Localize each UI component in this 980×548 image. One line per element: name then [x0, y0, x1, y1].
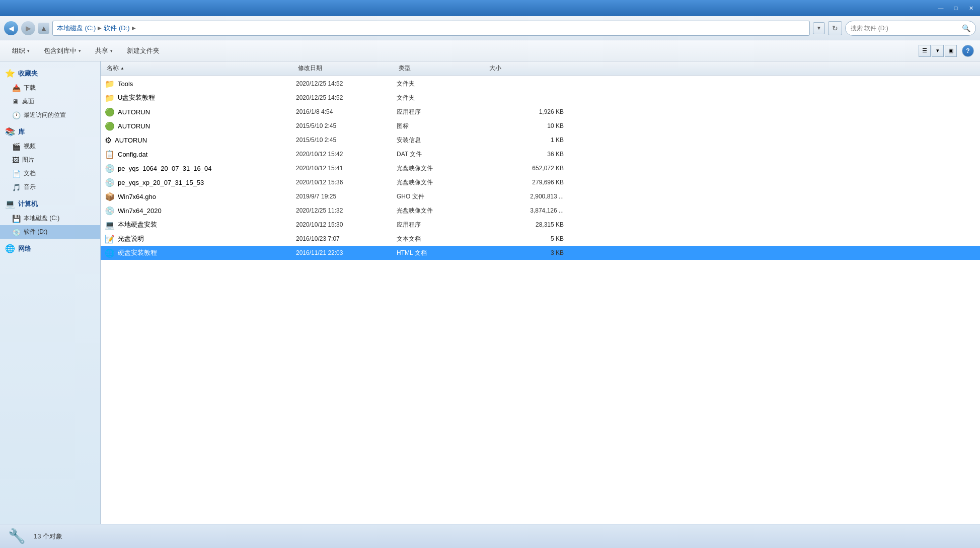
pictures-icon: 🖼	[12, 156, 19, 164]
view-preview-button[interactable]: ▣	[945, 45, 957, 57]
desktop-icon: 🖥	[12, 98, 19, 106]
address-dropdown[interactable]: ▼	[813, 22, 825, 34]
sidebar-header-network[interactable]: 🌐 网络	[0, 241, 100, 256]
file-type: 文件夹	[397, 80, 487, 88]
col-header-type[interactable]: 类型	[397, 64, 487, 73]
desktop-label: 桌面	[22, 97, 34, 106]
sidebar-header-computer[interactable]: 💻 计算机	[0, 196, 100, 212]
file-name: AUTORUN	[118, 108, 150, 116]
recent-label: 最近访问的位置	[24, 111, 66, 119]
col-name-label: 名称	[107, 64, 119, 73]
sidebar-item-videos[interactable]: 🎬 视频	[0, 140, 100, 153]
breadcrumb-computer[interactable]: 本地磁盘 (C:)	[57, 24, 96, 33]
col-header-name[interactable]: 名称 ▲	[105, 64, 296, 73]
file-date: 2020/10/12 15:42	[296, 151, 397, 158]
file-icon: 📋	[105, 150, 115, 159]
file-type: 安装信息	[397, 136, 487, 145]
close-button[interactable]: ✕	[964, 3, 978, 14]
file-type: 图标	[397, 122, 487, 130]
include-library-button[interactable]: 包含到库中 ▾	[38, 43, 87, 58]
file-date: 2016/11/21 22:03	[296, 249, 397, 256]
refresh-button[interactable]: ↻	[828, 21, 842, 35]
sidebar-item-desktop[interactable]: 🖥 桌面	[0, 95, 100, 108]
network-label: 网络	[18, 244, 31, 253]
file-list: 📁 Tools 2020/12/25 14:52 文件夹 📁 U盘安装教程 20…	[101, 76, 980, 524]
back-button[interactable]: ◀	[4, 21, 18, 35]
file-icon: 📦	[105, 192, 115, 201]
breadcrumb-drive[interactable]: 软件 (D:)	[104, 24, 129, 33]
file-name: U盘安装教程	[118, 93, 155, 102]
minimize-button[interactable]: —	[934, 3, 948, 14]
pictures-label: 图片	[22, 156, 34, 164]
table-row[interactable]: 🌐 硬盘安装教程 2016/11/21 22:03 HTML 文档 3 KB	[101, 246, 980, 260]
organize-label: 组织	[12, 46, 25, 55]
col-header-size[interactable]: 大小	[487, 64, 568, 73]
file-size: 279,696 KB	[487, 179, 568, 186]
search-input[interactable]	[851, 25, 962, 32]
file-icon: 🟢	[105, 107, 115, 117]
table-row[interactable]: 💿 Win7x64_2020 2020/12/25 11:32 光盘映像文件 3…	[101, 203, 980, 218]
table-row[interactable]: 📝 光盘说明 2016/10/23 7:07 文本文档 5 KB	[101, 232, 980, 246]
include-library-label: 包含到库中	[44, 46, 77, 55]
file-date: 2016/1/8 4:54	[296, 108, 397, 115]
file-icon: 🌐	[105, 248, 115, 258]
sidebar-header-library[interactable]: 📚 库	[0, 124, 100, 140]
network-icon: 🌐	[5, 244, 15, 253]
file-icon: 💿	[105, 164, 115, 173]
sidebar-section-computer: 💻 计算机 💾 本地磁盘 (C:) 💿 软件 (D:)	[0, 196, 100, 239]
organize-button[interactable]: 组织 ▾	[6, 43, 36, 58]
file-type: 光盘映像文件	[397, 164, 487, 173]
sidebar-item-documents[interactable]: 📄 文档	[0, 167, 100, 180]
file-name: pe_yqs_xp_20_07_31_15_53	[118, 179, 204, 186]
table-row[interactable]: 💿 pe_yqs_xp_20_07_31_15_53 2020/10/12 15…	[101, 175, 980, 189]
file-date: 2020/12/25 14:52	[296, 80, 397, 87]
sidebar-item-downloads[interactable]: 📥 下载	[0, 81, 100, 95]
file-type: HTML 文档	[397, 249, 487, 257]
col-header-date[interactable]: 修改日期	[296, 64, 397, 73]
file-date: 2015/5/10 2:45	[296, 122, 397, 129]
new-folder-button[interactable]: 新建文件夹	[121, 43, 166, 58]
file-size: 28,315 KB	[487, 221, 568, 228]
breadcrumb-separator-2: ▶	[132, 25, 136, 31]
file-name-cell: 📋 Config.dat	[105, 150, 296, 159]
table-row[interactable]: 💻 本地硬盘安装 2020/10/12 15:30 应用程序 28,315 KB	[101, 218, 980, 232]
sidebar-item-music[interactable]: 🎵 音乐	[0, 180, 100, 194]
documents-icon: 📄	[12, 170, 21, 178]
share-button[interactable]: 共享 ▾	[89, 43, 119, 58]
library-label: 库	[18, 127, 25, 136]
file-icon: 📁	[105, 79, 115, 89]
maximize-button[interactable]: □	[949, 3, 963, 14]
sidebar-item-pictures[interactable]: 🖼 图片	[0, 153, 100, 167]
file-name: pe_yqs_1064_20_07_31_16_04	[118, 165, 212, 172]
help-button[interactable]: ?	[962, 45, 974, 57]
up-button[interactable]: ▲	[38, 23, 49, 34]
file-name-cell: 💿 pe_yqs_xp_20_07_31_15_53	[105, 178, 296, 187]
search-icon: 🔍	[962, 24, 970, 32]
table-row[interactable]: 📦 Win7x64.gho 2019/9/7 19:25 GHO 文件 2,90…	[101, 189, 980, 203]
sidebar-item-recent[interactable]: 🕐 最近访问的位置	[0, 108, 100, 122]
view-toggle-button[interactable]: ☰	[919, 45, 931, 57]
table-row[interactable]: 📁 U盘安装教程 2020/12/25 14:52 文件夹	[101, 91, 980, 105]
view-dropdown-button[interactable]: ▾	[932, 45, 944, 57]
table-row[interactable]: 🟢 AUTORUN 2015/5/10 2:45 图标 10 KB	[101, 119, 980, 133]
file-date: 2015/5/10 2:45	[296, 136, 397, 144]
file-size: 36 KB	[487, 151, 568, 158]
file-icon: 📝	[105, 234, 115, 244]
table-row[interactable]: 📁 Tools 2020/12/25 14:52 文件夹	[101, 77, 980, 91]
breadcrumb-separator-1: ▶	[98, 25, 102, 31]
table-row[interactable]: ⚙ AUTORUN 2015/5/10 2:45 安装信息 1 KB	[101, 133, 980, 147]
file-name: 硬盘安装教程	[118, 248, 157, 257]
status-count: 13 个对象	[34, 532, 62, 541]
file-date: 2020/12/25 11:32	[296, 207, 397, 214]
forward-button[interactable]: ▶	[21, 21, 35, 35]
file-type: 光盘映像文件	[397, 178, 487, 187]
sidebar-item-drive-d[interactable]: 💿 软件 (D:)	[0, 225, 100, 239]
file-size: 10 KB	[487, 122, 568, 129]
table-row[interactable]: 📋 Config.dat 2020/10/12 15:42 DAT 文件 36 …	[101, 147, 980, 161]
table-row[interactable]: 🟢 AUTORUN 2016/1/8 4:54 应用程序 1,926 KB	[101, 105, 980, 119]
file-size: 1 KB	[487, 136, 568, 144]
file-name: Config.dat	[118, 151, 147, 158]
table-row[interactable]: 💿 pe_yqs_1064_20_07_31_16_04 2020/10/12 …	[101, 161, 980, 175]
sidebar-header-favorites[interactable]: ⭐ 收藏夹	[0, 65, 100, 81]
sidebar-item-drive-c[interactable]: 💾 本地磁盘 (C:)	[0, 212, 100, 225]
